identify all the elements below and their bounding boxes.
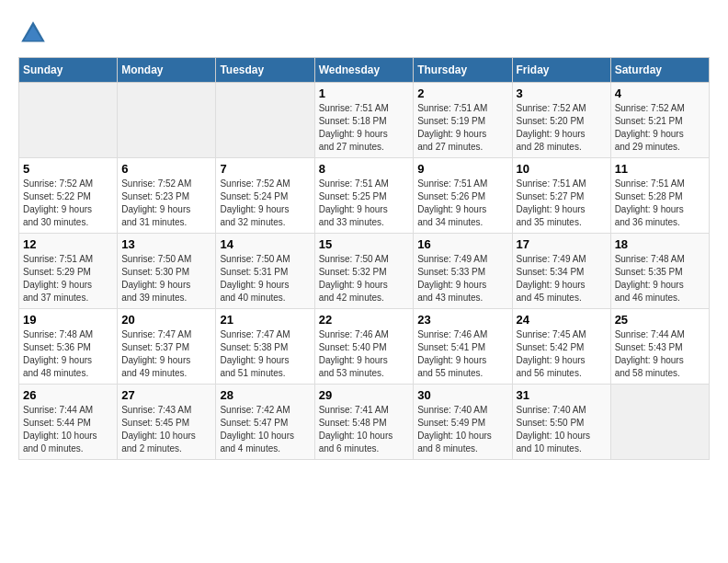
day-number: 6 (121, 162, 211, 176)
day-number: 4 (615, 86, 705, 100)
day-number: 16 (417, 237, 507, 251)
day-cell: 24Sunrise: 7:45 AM Sunset: 5:42 PM Dayli… (512, 309, 610, 385)
day-cell: 15Sunrise: 7:50 AM Sunset: 5:32 PM Dayli… (314, 234, 414, 309)
day-cell: 6Sunrise: 7:52 AM Sunset: 5:23 PM Daylig… (118, 158, 216, 234)
day-cell: 1Sunrise: 7:51 AM Sunset: 5:18 PM Daylig… (314, 83, 414, 158)
day-cell (216, 83, 314, 158)
header-monday: Monday (118, 58, 216, 83)
day-number: 19 (23, 313, 113, 327)
day-number: 20 (121, 313, 211, 327)
day-cell (610, 385, 709, 460)
calendar-table: SundayMondayTuesdayWednesdayThursdayFrid… (18, 57, 710, 460)
week-row-3: 12Sunrise: 7:51 AM Sunset: 5:29 PM Dayli… (19, 234, 710, 309)
day-number: 17 (517, 237, 607, 251)
day-cell: 13Sunrise: 7:50 AM Sunset: 5:30 PM Dayli… (118, 234, 216, 309)
day-cell (118, 83, 216, 158)
day-number: 24 (517, 313, 607, 327)
day-number: 3 (517, 86, 607, 100)
day-number: 31 (517, 388, 607, 402)
day-info: Sunrise: 7:52 AM Sunset: 5:22 PM Dayligh… (23, 178, 113, 229)
day-info: Sunrise: 7:48 AM Sunset: 5:35 PM Dayligh… (615, 253, 705, 304)
header-saturday: Saturday (610, 58, 709, 83)
day-info: Sunrise: 7:44 AM Sunset: 5:43 PM Dayligh… (615, 328, 705, 380)
day-info: Sunrise: 7:41 AM Sunset: 5:48 PM Dayligh… (319, 404, 410, 455)
header-sunday: Sunday (19, 58, 118, 83)
day-number: 18 (615, 237, 705, 251)
day-cell: 5Sunrise: 7:52 AM Sunset: 5:22 PM Daylig… (19, 158, 118, 234)
day-info: Sunrise: 7:51 AM Sunset: 5:28 PM Dayligh… (615, 178, 705, 229)
day-info: Sunrise: 7:50 AM Sunset: 5:30 PM Dayligh… (121, 253, 211, 304)
day-cell: 20Sunrise: 7:47 AM Sunset: 5:37 PM Dayli… (118, 309, 216, 385)
header-wednesday: Wednesday (314, 58, 414, 83)
logo-icon (18, 18, 48, 48)
header-thursday: Thursday (414, 58, 512, 83)
day-cell: 12Sunrise: 7:51 AM Sunset: 5:29 PM Dayli… (19, 234, 118, 309)
day-number: 1 (319, 86, 410, 100)
day-info: Sunrise: 7:47 AM Sunset: 5:37 PM Dayligh… (121, 328, 211, 380)
day-number: 14 (220, 237, 310, 251)
day-cell: 4Sunrise: 7:52 AM Sunset: 5:21 PM Daylig… (610, 83, 709, 158)
day-cell: 28Sunrise: 7:42 AM Sunset: 5:47 PM Dayli… (216, 385, 314, 460)
day-number: 5 (23, 162, 113, 176)
day-number: 23 (417, 313, 507, 327)
logo (18, 18, 51, 48)
day-number: 25 (615, 313, 705, 327)
day-info: Sunrise: 7:40 AM Sunset: 5:50 PM Dayligh… (517, 404, 607, 455)
day-info: Sunrise: 7:51 AM Sunset: 5:27 PM Dayligh… (517, 178, 607, 229)
day-cell: 9Sunrise: 7:51 AM Sunset: 5:26 PM Daylig… (414, 158, 512, 234)
day-cell: 25Sunrise: 7:44 AM Sunset: 5:43 PM Dayli… (610, 309, 709, 385)
day-number: 29 (319, 388, 410, 402)
day-info: Sunrise: 7:46 AM Sunset: 5:40 PM Dayligh… (319, 328, 410, 380)
day-number: 22 (319, 313, 410, 327)
week-row-5: 26Sunrise: 7:44 AM Sunset: 5:44 PM Dayli… (19, 385, 710, 460)
day-cell: 22Sunrise: 7:46 AM Sunset: 5:40 PM Dayli… (314, 309, 414, 385)
day-info: Sunrise: 7:51 AM Sunset: 5:18 PM Dayligh… (319, 102, 410, 154)
day-number: 9 (417, 162, 507, 176)
day-cell: 11Sunrise: 7:51 AM Sunset: 5:28 PM Dayli… (610, 158, 709, 234)
day-number: 30 (417, 388, 507, 402)
day-info: Sunrise: 7:51 AM Sunset: 5:29 PM Dayligh… (23, 253, 113, 304)
week-row-1: 1Sunrise: 7:51 AM Sunset: 5:18 PM Daylig… (19, 83, 710, 158)
day-cell: 10Sunrise: 7:51 AM Sunset: 5:27 PM Dayli… (512, 158, 610, 234)
day-cell: 26Sunrise: 7:44 AM Sunset: 5:44 PM Dayli… (19, 385, 118, 460)
day-cell: 8Sunrise: 7:51 AM Sunset: 5:25 PM Daylig… (314, 158, 414, 234)
day-cell: 21Sunrise: 7:47 AM Sunset: 5:38 PM Dayli… (216, 309, 314, 385)
day-cell: 31Sunrise: 7:40 AM Sunset: 5:50 PM Dayli… (512, 385, 610, 460)
day-info: Sunrise: 7:43 AM Sunset: 5:45 PM Dayligh… (121, 404, 211, 455)
header-friday: Friday (512, 58, 610, 83)
day-number: 28 (220, 388, 310, 402)
day-info: Sunrise: 7:48 AM Sunset: 5:36 PM Dayligh… (23, 328, 113, 380)
day-info: Sunrise: 7:46 AM Sunset: 5:41 PM Dayligh… (417, 328, 507, 380)
day-number: 26 (23, 388, 113, 402)
day-cell: 27Sunrise: 7:43 AM Sunset: 5:45 PM Dayli… (118, 385, 216, 460)
day-cell: 29Sunrise: 7:41 AM Sunset: 5:48 PM Dayli… (314, 385, 414, 460)
day-info: Sunrise: 7:40 AM Sunset: 5:49 PM Dayligh… (417, 404, 507, 455)
day-number: 27 (121, 388, 211, 402)
day-cell: 23Sunrise: 7:46 AM Sunset: 5:41 PM Dayli… (414, 309, 512, 385)
day-number: 10 (517, 162, 607, 176)
day-number: 21 (220, 313, 310, 327)
day-info: Sunrise: 7:42 AM Sunset: 5:47 PM Dayligh… (220, 404, 310, 455)
day-number: 8 (319, 162, 410, 176)
day-cell: 16Sunrise: 7:49 AM Sunset: 5:33 PM Dayli… (414, 234, 512, 309)
day-cell: 2Sunrise: 7:51 AM Sunset: 5:19 PM Daylig… (414, 83, 512, 158)
day-info: Sunrise: 7:49 AM Sunset: 5:34 PM Dayligh… (517, 253, 607, 304)
day-info: Sunrise: 7:45 AM Sunset: 5:42 PM Dayligh… (517, 328, 607, 380)
day-cell: 3Sunrise: 7:52 AM Sunset: 5:20 PM Daylig… (512, 83, 610, 158)
day-info: Sunrise: 7:51 AM Sunset: 5:19 PM Dayligh… (417, 102, 507, 154)
day-info: Sunrise: 7:52 AM Sunset: 5:21 PM Dayligh… (615, 102, 705, 154)
day-cell: 14Sunrise: 7:50 AM Sunset: 5:31 PM Dayli… (216, 234, 314, 309)
week-row-4: 19Sunrise: 7:48 AM Sunset: 5:36 PM Dayli… (19, 309, 710, 385)
day-cell: 7Sunrise: 7:52 AM Sunset: 5:24 PM Daylig… (216, 158, 314, 234)
day-info: Sunrise: 7:52 AM Sunset: 5:24 PM Dayligh… (220, 178, 310, 229)
day-info: Sunrise: 7:44 AM Sunset: 5:44 PM Dayligh… (23, 404, 113, 455)
day-info: Sunrise: 7:51 AM Sunset: 5:26 PM Dayligh… (417, 178, 507, 229)
day-info: Sunrise: 7:52 AM Sunset: 5:20 PM Dayligh… (517, 102, 607, 154)
day-number: 11 (615, 162, 705, 176)
day-cell: 30Sunrise: 7:40 AM Sunset: 5:49 PM Dayli… (414, 385, 512, 460)
day-info: Sunrise: 7:49 AM Sunset: 5:33 PM Dayligh… (417, 253, 507, 304)
header-row: SundayMondayTuesdayWednesdayThursdayFrid… (19, 58, 710, 83)
day-number: 15 (319, 237, 410, 251)
page-header (18, 18, 710, 48)
day-info: Sunrise: 7:50 AM Sunset: 5:31 PM Dayligh… (220, 253, 310, 304)
